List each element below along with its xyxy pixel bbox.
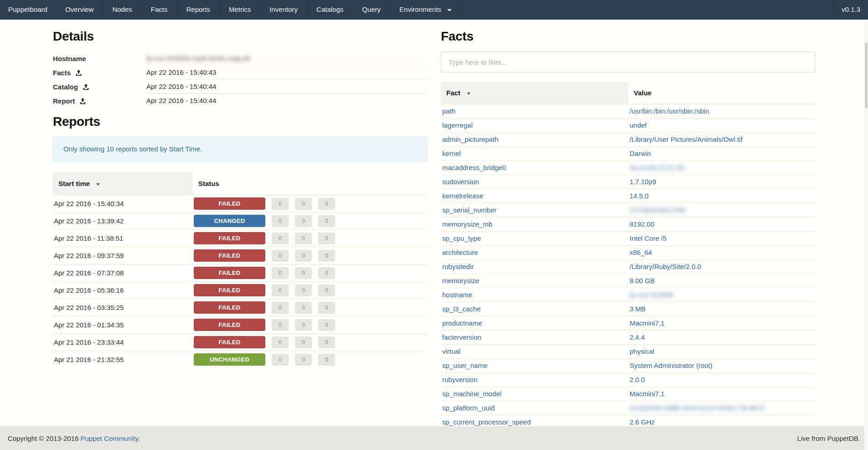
fact-value-cell: 3 MB [628,302,815,316]
status-badge[interactable]: UNCHANGED [194,353,265,366]
fact-value-link[interactable]: Macmini7,1 [630,319,665,327]
fact-value-link[interactable]: C07QN1AAG1HW [630,206,686,214]
report-row: Apr 22 2016 - 09:37:59FAILED000 [53,247,427,264]
scrollbar-thumb[interactable] [865,42,868,109]
report-start-time: Apr 22 2016 - 11:38:51 [53,230,193,247]
fact-value-link[interactable]: 3 MB [630,305,646,313]
fact-name-link[interactable]: productname [442,319,482,327]
fact-value-link[interactable]: 41A0D040-60B6-5910-8114-0A93173C9E72 [630,404,765,412]
nav-item-nodes[interactable]: Nodes [103,0,141,20]
fact-name-link[interactable]: facterversion [442,333,481,341]
fact-name-link[interactable]: rubysitedir [442,263,474,270]
fact-value-link[interactable]: fp-osx-003056 [630,291,673,299]
fact-row: rubyversion2.0.0 [441,373,815,387]
fact-value-link[interactable]: 2.6 GHz [630,418,655,426]
copyright-text: Copyright © 2013-2016 Puppet Community. [8,434,140,442]
fact-value-link[interactable]: x86_64 [630,248,652,256]
count-badge: 0 [318,319,335,331]
status-badge[interactable]: FAILED [194,232,265,244]
fact-name-link[interactable]: architecture [442,248,478,256]
fact-value-link[interactable]: physical [630,347,654,355]
facts-header-value[interactable]: Value [628,82,815,104]
fact-name-link[interactable]: sp_current_processor_speed [442,418,531,426]
count-badge: 0 [272,198,289,210]
puppet-community-link[interactable]: Puppet Community [81,434,138,442]
fact-value-cell: 14.5.0 [628,189,815,203]
count-badge: 0 [295,233,312,244]
nav-item-metrics[interactable]: Metrics [220,0,260,20]
fact-value-cell: physical [628,345,815,359]
status-badge[interactable]: FAILED [194,301,265,314]
fact-name-link[interactable]: rubyversion [442,376,478,383]
status-badge[interactable]: FAILED [194,319,265,331]
copyright-prefix: Copyright © 2013-2016 [8,434,81,442]
fact-value-cell: System Administrator (root) [628,359,815,373]
fact-value-link[interactable]: System Administrator (root) [630,362,713,369]
fact-name-link[interactable]: memorysize_mb [442,220,492,228]
nav-item-overview[interactable]: Overview [56,0,103,20]
facts-filter-input[interactable] [441,52,815,72]
count-badge: 0 [272,319,289,331]
nav-item-reports[interactable]: Reports [177,0,220,20]
status-badge[interactable]: FAILED [194,284,265,296]
fact-value-link[interactable]: 8192.00 [630,220,654,228]
nav-item-environments[interactable]: Environments [390,0,461,20]
fact-name-link[interactable]: path [442,107,455,115]
status-badge[interactable]: FAILED [194,267,265,279]
fact-name-link[interactable]: sp_cpu_type [442,234,481,242]
nav-item-facts[interactable]: Facts [142,0,177,20]
nav-item-query[interactable]: Query [353,0,390,20]
fact-value-link[interactable]: undef [630,121,647,129]
nav-item-catalogs[interactable]: Catalogs [307,0,353,20]
reports-header-status[interactable]: Status [193,172,427,195]
report-start-time: Apr 21 2016 - 23:33:44 [53,334,193,351]
fact-name-link[interactable]: sp_serial_number [442,206,496,214]
report-row: Apr 22 2016 - 01:34:35FAILED000 [53,316,427,334]
facts-sort-header-fact[interactable]: Fact [441,82,628,104]
status-badge[interactable]: FAILED [194,197,265,210]
fact-value-link[interactable]: Darwin [630,150,651,157]
fact-value-link[interactable]: 14.5.0 [630,192,649,200]
fact-value-link[interactable]: 2.0.0 [630,376,645,383]
details-title: Details [53,29,427,44]
count-badge: 0 [272,302,289,314]
status-badge[interactable]: FAILED [194,249,265,262]
fact-value-link[interactable]: Intel Core i5 [630,234,666,242]
fact-name-link[interactable]: sudoversion [442,178,479,186]
report-start-time: Apr 22 2016 - 01:34:35 [53,316,193,334]
fact-value-cell: 1.7.10p9 [628,175,815,189]
fact-value-link[interactable]: 8.00 GB [630,277,655,284]
status-badge[interactable]: CHANGED [194,215,265,227]
details-value: Apr 22 2016 - 15:40:43 [146,66,427,80]
status-badge[interactable]: FAILED [194,336,265,348]
fact-name-link[interactable]: kernelrelease [442,192,483,200]
fact-name-link[interactable]: sp_l3_cache [442,305,480,313]
fact-row: memorysize8.00 GB [441,274,815,288]
fact-value-link[interactable]: /Library/User Pictures/Animals/Owl.tif [630,135,743,143]
report-status-cell: FAILED000 [193,299,427,316]
fact-name-link[interactable]: virtual [442,347,460,355]
fact-name-link[interactable]: macaddress_bridge0 [442,164,506,171]
fact-name-link[interactable]: admin_picturepath [442,135,498,143]
nav-item-inventory[interactable]: Inventory [260,0,307,20]
navbar-brand[interactable]: Puppetboard [0,0,56,20]
fact-value-link[interactable]: Macmini7,1 [630,390,665,398]
fact-value-link[interactable]: /usr/bin:/bin:/usr/sbin:/sbin [630,107,709,115]
fact-row: memorysize_mb8192.00 [441,217,815,232]
fact-value-link[interactable]: 1.7.10p9 [630,178,656,186]
reports-sort-header-start-time[interactable]: Start time [53,172,193,195]
fact-value-link[interactable]: /Library/Ruby/Site/2.0.0 [630,263,701,270]
fact-name-cell: sp_serial_number [441,203,628,217]
fact-name-link[interactable]: memorysize [442,277,479,284]
scrollbar-track[interactable] [864,20,868,450]
report-row: Apr 22 2016 - 03:35:25FAILED000 [53,299,427,316]
fact-name-link[interactable]: sp_user_name [442,362,487,369]
fact-name-link[interactable]: hostname [442,291,472,299]
fact-name-link[interactable]: sp_machine_model [442,390,501,398]
fact-value-link[interactable]: 3a:c9:86:22:01:00 [630,164,684,171]
fact-name-link[interactable]: sp_platform_uuid [442,404,495,412]
fact-name-cell: rubyversion [441,373,628,387]
fact-value-link[interactable]: 2.4.4 [630,333,645,341]
fact-name-link[interactable]: kernel [442,150,461,157]
fact-name-link[interactable]: lagerregal [442,121,473,129]
